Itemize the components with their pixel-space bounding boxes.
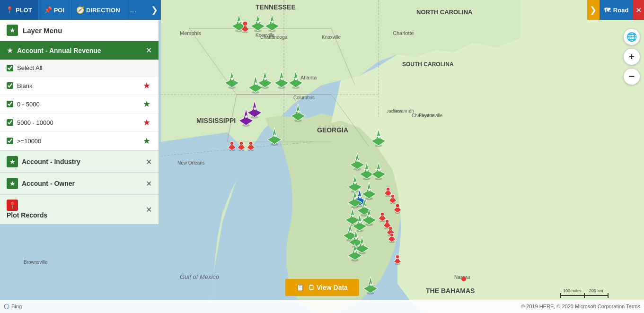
owner-title: Account - Owner bbox=[22, 180, 75, 187]
svg-text:★: ★ bbox=[270, 19, 275, 25]
plot-records-title: Plot Records bbox=[7, 211, 47, 219]
svg-text:★: ★ bbox=[369, 282, 373, 287]
plot-icon: 📍 bbox=[6, 6, 14, 14]
svg-point-135 bbox=[380, 212, 384, 216]
svg-text:TENNESSEE: TENNESSEE bbox=[256, 3, 296, 11]
select-all-checkbox[interactable] bbox=[7, 65, 13, 71]
svg-text:★: ★ bbox=[354, 235, 359, 241]
svg-text:Chattanooga: Chattanooga bbox=[260, 35, 288, 40]
road-label: Road bbox=[613, 7, 629, 14]
svg-point-108 bbox=[391, 194, 395, 198]
industry-icon: ★ bbox=[7, 156, 18, 167]
side-panel: ★ Layer Menu ★ Account - Annual Revenue … bbox=[0, 20, 159, 224]
svg-text:★: ★ bbox=[377, 134, 381, 139]
view-data-icon: 📋 bbox=[296, 284, 304, 291]
svg-text:Knoxville: Knoxville bbox=[322, 35, 341, 40]
filter-row-gte-10000: >=10000 ★ bbox=[0, 132, 159, 150]
filter-gte-10000-label: >=10000 bbox=[17, 138, 41, 145]
gte-10000-star-icon: ★ bbox=[143, 136, 150, 146]
filter-0-5000-icon: ★ bbox=[141, 99, 152, 109]
copyright-text: © 2019 HERE, © 2020 Microsoft Corporatio… bbox=[521, 304, 640, 309]
filter-blank-checkbox[interactable] bbox=[7, 82, 13, 89]
plot-button[interactable]: 📍 PLOT bbox=[0, 0, 38, 20]
svg-text:★: ★ bbox=[355, 158, 360, 163]
svg-text:Charlotte: Charlotte bbox=[393, 30, 414, 36]
industry-close-button[interactable]: ✕ bbox=[146, 157, 152, 166]
svg-text:SOUTH CAROLINA: SOUTH CAROLINA bbox=[402, 61, 454, 68]
plot-records-icon: 📍 bbox=[7, 200, 18, 211]
svg-text:★: ★ bbox=[253, 106, 257, 111]
filter-5000-10000-label: 5000 - 10000 bbox=[17, 119, 53, 126]
svg-text:★: ★ bbox=[256, 19, 261, 25]
bing-logo: ⬡ Bing bbox=[4, 303, 22, 310]
globe-button[interactable]: 🌐 bbox=[623, 28, 640, 45]
filter-5000-10000-checkbox[interactable] bbox=[7, 119, 13, 126]
poi-icon: 📌 bbox=[44, 6, 52, 14]
filter-row-gte-10000-left: >=10000 bbox=[7, 138, 41, 145]
svg-text:★: ★ bbox=[365, 167, 370, 173]
filter-row-0-5000-left: 0 - 5000 bbox=[7, 101, 40, 108]
filter-0-5000-checkbox[interactable] bbox=[7, 101, 13, 107]
layer-menu-icon: ★ bbox=[7, 25, 18, 36]
annual-revenue-header: ★ Account - Annual Revenue ✕ bbox=[0, 41, 159, 60]
svg-point-138 bbox=[385, 219, 389, 223]
expand-right-button[interactable]: ❯ bbox=[587, 0, 600, 20]
svg-text:★: ★ bbox=[367, 187, 372, 192]
annual-revenue-close-button[interactable]: ✕ bbox=[146, 46, 152, 55]
svg-point-111 bbox=[396, 204, 399, 208]
plot-label: PLOT bbox=[16, 7, 32, 14]
svg-point-141 bbox=[388, 226, 392, 230]
svg-text:★: ★ bbox=[353, 249, 358, 254]
svg-text:GEORGIA: GEORGIA bbox=[317, 126, 348, 134]
owner-close-button[interactable]: ✕ bbox=[146, 179, 152, 188]
filter-0-5000-label: 0 - 5000 bbox=[17, 101, 40, 108]
filter-gte-10000-icon: ★ bbox=[141, 136, 152, 146]
svg-text:★: ★ bbox=[353, 196, 358, 201]
more-button[interactable]: ... bbox=[126, 0, 140, 20]
svg-text:★: ★ bbox=[254, 81, 258, 86]
zoom-out-button[interactable]: − bbox=[623, 68, 640, 85]
0-5000-star-icon: ★ bbox=[143, 99, 150, 109]
top-navigation-bar: 📍 PLOT 📌 POI 🧭 DIRECTION ... ❯ bbox=[0, 0, 161, 20]
poi-button[interactable]: 📌 POI bbox=[38, 0, 71, 20]
select-all-row: Select All bbox=[0, 60, 159, 77]
direction-icon: 🧭 bbox=[76, 6, 84, 14]
svg-text:★: ★ bbox=[377, 167, 381, 173]
road-mode-button[interactable]: 🗺 Road bbox=[600, 0, 634, 20]
close-top-right-button[interactable]: ✕ bbox=[633, 0, 644, 20]
svg-point-105 bbox=[386, 187, 390, 191]
svg-text:★: ★ bbox=[237, 19, 242, 25]
owner-section-header: ★ Account - Owner ✕ bbox=[0, 172, 159, 194]
svg-text:Fayetteville: Fayetteville bbox=[419, 113, 443, 118]
svg-text:★: ★ bbox=[244, 114, 249, 119]
owner-icon: ★ bbox=[7, 178, 18, 189]
svg-text:Columbus: Columbus bbox=[293, 95, 315, 100]
svg-point-51 bbox=[243, 21, 247, 26]
annual-revenue-section: ★ Account - Annual Revenue ✕ Select All … bbox=[0, 41, 159, 150]
svg-text:★: ★ bbox=[362, 204, 367, 209]
svg-text:Brownsville: Brownsville bbox=[24, 260, 48, 265]
svg-text:Gulf of Mexico: Gulf of Mexico bbox=[180, 273, 219, 280]
owner-header-left: ★ Account - Owner bbox=[7, 178, 75, 189]
layer-menu-header: ★ Layer Menu bbox=[0, 20, 159, 41]
plot-records-close-button[interactable]: ✕ bbox=[146, 205, 152, 214]
svg-text:New Orleans: New Orleans bbox=[177, 160, 205, 165]
svg-text:THE BAHAMAS: THE BAHAMAS bbox=[426, 287, 475, 295]
svg-text:100 miles: 100 miles bbox=[563, 288, 582, 293]
zoom-in-button[interactable]: + bbox=[623, 48, 640, 65]
bing-text: Bing bbox=[11, 304, 22, 309]
filter-gte-10000-checkbox[interactable] bbox=[7, 138, 13, 144]
svg-text:★: ★ bbox=[367, 213, 372, 218]
svg-text:★: ★ bbox=[358, 219, 362, 225]
svg-text:★: ★ bbox=[294, 76, 299, 81]
select-all-label: Select All bbox=[17, 64, 42, 71]
svg-text:MISSISSIPPI: MISSISSIPPI bbox=[196, 117, 236, 124]
collapse-panel-button[interactable]: ❯ bbox=[148, 0, 161, 20]
road-map-icon: 🗺 bbox=[604, 7, 610, 14]
plot-records-section-header: 📍 Plot Records ✕ bbox=[0, 194, 159, 224]
svg-text:★: ★ bbox=[230, 76, 235, 81]
filter-5000-10000-icon: ★ bbox=[141, 117, 152, 128]
view-data-button[interactable]: 📋 🗒 View Data bbox=[285, 279, 359, 296]
top-bar-right: ❯ 🗺 Road ✕ bbox=[587, 0, 644, 20]
direction-button[interactable]: 🧭 DIRECTION bbox=[71, 0, 126, 20]
